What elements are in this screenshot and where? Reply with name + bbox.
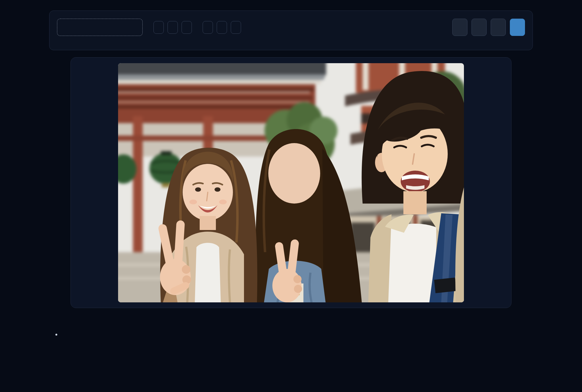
- image-select-drop-button[interactable]: [57, 19, 143, 36]
- features-list: [49, 330, 533, 339]
- coarseness-option-fine[interactable]: [153, 21, 164, 34]
- brush-option-large[interactable]: [231, 21, 241, 34]
- clear-button[interactable]: [491, 19, 506, 36]
- coarseness-option-coarse[interactable]: [182, 21, 192, 34]
- toolbar-card: [49, 11, 533, 50]
- photo-canvas[interactable]: [118, 63, 464, 302]
- toolbar-actions: [452, 19, 525, 36]
- page-header: [0, 0, 582, 1]
- download-button[interactable]: [510, 19, 525, 36]
- brush-option-small[interactable]: [203, 21, 213, 34]
- undo-button[interactable]: [452, 19, 467, 36]
- coarseness-option-medium[interactable]: [168, 21, 178, 34]
- feature-item: [61, 330, 533, 339]
- features-section: [49, 330, 533, 339]
- canvas-card: [71, 57, 511, 308]
- toolbar-row: [57, 19, 525, 36]
- brush-option-medium[interactable]: [217, 21, 227, 34]
- left-woman-figure: [160, 148, 257, 302]
- redo-button[interactable]: [471, 19, 487, 36]
- man-figure: [362, 71, 464, 302]
